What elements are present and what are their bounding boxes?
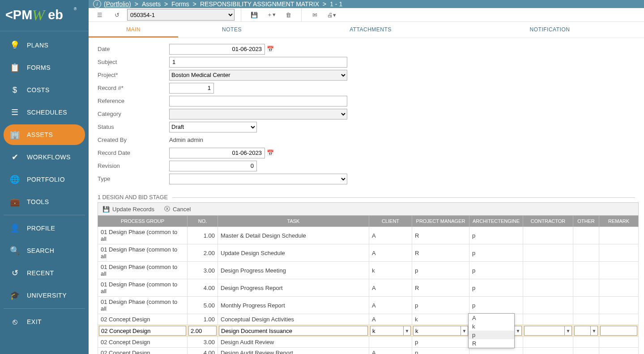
subject-input[interactable] xyxy=(169,57,347,68)
nav-costs[interactable]: $COSTS xyxy=(4,80,85,100)
user-icon: 👤 xyxy=(10,223,20,233)
breadcrumb-ram[interactable]: RESPONSIBILITY ASSIGNMENT MATRIX xyxy=(200,0,319,8)
toolbar: ☰ ↺ 050354-1 💾 ＋▾ 🗑 ✉ 🖨▾ xyxy=(89,8,644,22)
dropdown-option[interactable]: R xyxy=(469,339,514,348)
chevron-down-icon[interactable]: ▼ xyxy=(514,326,521,335)
nav-search[interactable]: 🔍SEARCH xyxy=(4,240,85,261)
nav-portfolio[interactable]: 🌐PORTFOLIO xyxy=(4,169,85,190)
nav-tools[interactable]: 💼TOOLS xyxy=(4,192,85,212)
recordno-input[interactable] xyxy=(169,83,214,94)
project-label: Project* xyxy=(98,72,169,78)
ae-dropdown[interactable]: AkpR xyxy=(468,313,515,348)
chevron-down-icon[interactable]: ▼ xyxy=(403,326,410,335)
edit-pm[interactable]: ▼ xyxy=(413,326,468,336)
nav-workflows[interactable]: ✔WORKFLOWS xyxy=(4,147,85,167)
list-icon[interactable]: ☰ xyxy=(93,8,107,21)
nav-plans[interactable]: 💡PLANS xyxy=(4,35,85,55)
breadcrumb-portfolio[interactable]: (Portfolio) xyxy=(104,0,131,8)
chevron-down-icon[interactable]: ▼ xyxy=(564,326,571,335)
svg-text:W: W xyxy=(32,7,46,24)
reference-input[interactable] xyxy=(169,96,347,107)
revision-label: Revision xyxy=(98,162,169,169)
chevron-down-icon[interactable]: ▼ xyxy=(590,326,597,335)
print-icon[interactable]: 🖨▾ xyxy=(325,8,338,21)
nav-recent[interactable]: ↺RECENT xyxy=(4,263,85,283)
project-select[interactable]: Boston Medical Center xyxy=(169,70,347,81)
type-select[interactable] xyxy=(169,174,347,184)
info-icon[interactable]: i xyxy=(93,0,101,8)
save-icon[interactable]: 💾 xyxy=(247,8,261,21)
nav-exit[interactable]: ⎋EXIT xyxy=(4,311,85,332)
col-client[interactable]: CLIENT xyxy=(369,216,412,227)
col-pm[interactable]: PROJECT MANAGER xyxy=(412,216,469,227)
nav-university[interactable]: 🎓UNIVERSITY xyxy=(4,285,85,306)
check-icon: ✔ xyxy=(10,152,20,162)
col-other[interactable]: OTHER xyxy=(573,216,599,227)
breadcrumb-forms[interactable]: Forms xyxy=(171,0,189,8)
svg-text:<PM: <PM xyxy=(5,8,32,22)
createdby-value: Admin admin xyxy=(169,136,203,143)
cancel-button[interactable]: ⓧCancel xyxy=(164,205,191,213)
nav-assets[interactable]: 🏢ASSETS xyxy=(4,124,85,145)
tab-notification[interactable]: NOTIFICATION xyxy=(456,22,644,38)
email-icon[interactable]: ✉ xyxy=(308,8,321,21)
edit-client[interactable]: ▼ xyxy=(370,326,411,336)
recorddate-input[interactable] xyxy=(169,148,265,158)
update-records-button[interactable]: 💾Update Records xyxy=(102,205,154,213)
edit-other[interactable]: ▼ xyxy=(574,326,598,336)
calendar-icon[interactable]: 📅 xyxy=(267,46,274,52)
tabs: MAIN NOTES ATTACHMENTS NOTIFICATION xyxy=(89,22,644,38)
dropdown-option[interactable]: k xyxy=(469,322,514,331)
calendar-icon[interactable]: 📅 xyxy=(267,149,274,156)
col-task[interactable]: TASK xyxy=(218,216,369,227)
tab-notes[interactable]: NOTES xyxy=(178,22,286,38)
nav-forms[interactable]: 📋FORMS xyxy=(4,57,85,78)
edit-no[interactable] xyxy=(188,326,217,336)
col-remark[interactable]: REMARK xyxy=(599,216,639,227)
edit-contractor[interactable]: ▼ xyxy=(524,326,572,336)
search-icon: 🔍 xyxy=(10,246,20,256)
date-input[interactable] xyxy=(169,44,265,55)
table-row[interactable]: 01 Design Phase (common to all5.00Monthl… xyxy=(98,297,639,314)
table-row[interactable]: 02 Concept Design4.00Design Audit Review… xyxy=(98,348,639,354)
logo: <PMWeb® xyxy=(0,0,89,31)
dollar-icon: $ xyxy=(10,85,20,95)
table-edit-row[interactable]: ▼ ▼ ▼ ▼ ▼ xyxy=(98,325,639,337)
breadcrumb-record: 1 - 1 xyxy=(330,0,342,8)
category-select[interactable] xyxy=(169,109,347,119)
dropdown-option[interactable]: A xyxy=(469,314,514,322)
table-row[interactable]: 02 Concept Design1.00Conceptual Design A… xyxy=(98,314,639,325)
table-row[interactable]: 01 Design Phase (common to all4.00Design… xyxy=(98,279,639,297)
history-icon: ↺ xyxy=(10,268,20,278)
type-label: Type xyxy=(98,175,169,182)
briefcase-icon: 💼 xyxy=(10,197,20,207)
status-select[interactable]: Draft xyxy=(169,122,257,132)
edit-pg[interactable] xyxy=(99,326,186,336)
col-process-group[interactable]: PROCESS GROUP xyxy=(98,216,188,227)
clipboard-icon: 📋 xyxy=(10,63,20,73)
col-no[interactable]: NO. xyxy=(188,216,218,227)
tab-attachments[interactable]: ATTACHMENTS xyxy=(286,22,456,38)
table-row[interactable]: 01 Design Phase (common to all2.00Update… xyxy=(98,244,639,262)
edit-task[interactable] xyxy=(219,326,368,336)
table-row[interactable]: 01 Design Phase (common to all1.00Master… xyxy=(98,227,639,244)
tab-main[interactable]: MAIN xyxy=(89,22,178,38)
col-contractor[interactable]: CONTRACTOR xyxy=(523,216,573,227)
table-row[interactable]: 01 Design Phase (common to all3.00Design… xyxy=(98,262,639,279)
revision-input[interactable] xyxy=(169,161,257,171)
delete-icon[interactable]: 🗑 xyxy=(281,8,295,21)
record-selector[interactable]: 050354-1 xyxy=(127,9,235,21)
dropdown-option[interactable]: p xyxy=(469,331,514,339)
graduation-icon: 🎓 xyxy=(10,290,20,300)
createdby-label: Created By xyxy=(98,136,169,143)
col-ae[interactable]: ARCHITECTENGINE xyxy=(469,216,523,227)
nav-profile[interactable]: 👤PROFILE xyxy=(4,218,85,239)
add-icon[interactable]: ＋▾ xyxy=(264,8,278,21)
edit-remark[interactable] xyxy=(600,326,637,336)
nav-schedules[interactable]: ☰SCHEDULES xyxy=(4,102,85,123)
chevron-down-icon[interactable]: ▼ xyxy=(461,326,468,335)
history-icon[interactable]: ↺ xyxy=(110,8,124,21)
breadcrumb-assets[interactable]: Assets xyxy=(142,0,161,8)
reference-label: Reference xyxy=(98,98,169,104)
table-row[interactable]: 02 Concept Design3.00Design Audit Review… xyxy=(98,337,639,348)
